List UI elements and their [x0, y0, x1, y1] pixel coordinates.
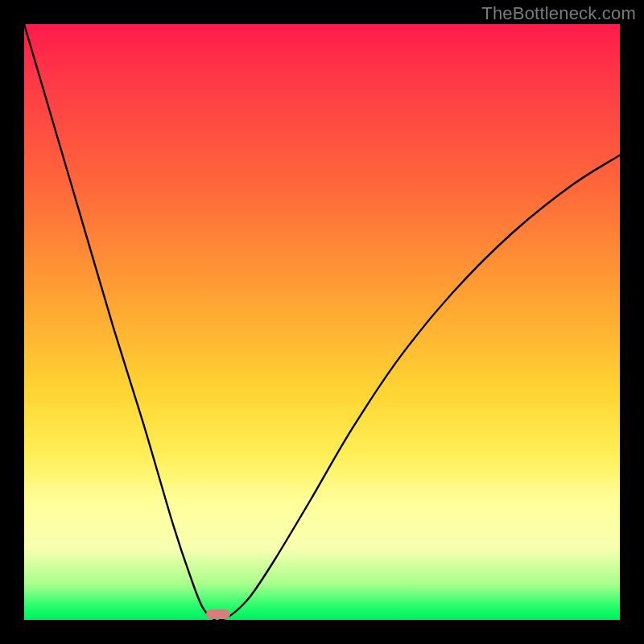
curve-layer: [24, 24, 620, 620]
chart-frame: TheBottleneck.com: [0, 0, 644, 644]
bottleneck-curve: [24, 24, 620, 621]
watermark-text: TheBottleneck.com: [481, 3, 636, 24]
optimal-marker: [206, 609, 230, 619]
plot-area: [24, 24, 620, 620]
